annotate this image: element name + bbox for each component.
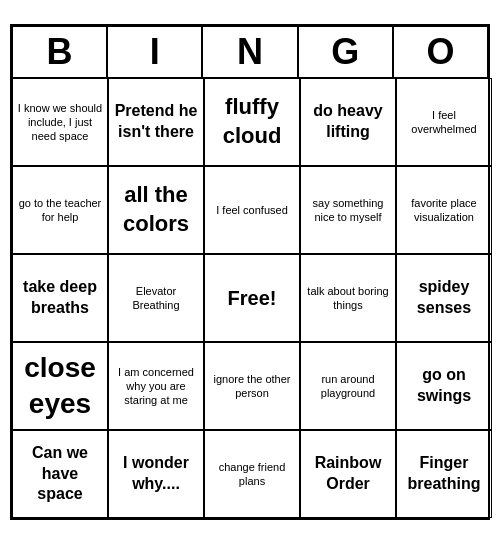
bingo-cell: I feel overwhelmed xyxy=(396,78,492,166)
header-letter: B xyxy=(12,26,107,78)
bingo-cell: I know we should include, I just need sp… xyxy=(12,78,108,166)
bingo-cell: Free! xyxy=(204,254,300,342)
bingo-cell: go on swings xyxy=(396,342,492,430)
bingo-cell: favorite place visualization xyxy=(396,166,492,254)
bingo-cell: change friend plans xyxy=(204,430,300,518)
bingo-cell: do heavy lifting xyxy=(300,78,396,166)
bingo-cell: I feel confused xyxy=(204,166,300,254)
bingo-cell: all the colors xyxy=(108,166,204,254)
bingo-cell: talk about boring things xyxy=(300,254,396,342)
bingo-cell: Pretend he isn't there xyxy=(108,78,204,166)
bingo-cell: run around playground xyxy=(300,342,396,430)
bingo-cell: ignore the other person xyxy=(204,342,300,430)
bingo-cell: I am concerned why you are staring at me xyxy=(108,342,204,430)
header-letter: G xyxy=(298,26,393,78)
bingo-cell: Finger breathing xyxy=(396,430,492,518)
header-letter: O xyxy=(393,26,488,78)
bingo-header: BINGO xyxy=(12,26,488,78)
bingo-cell: fluffy cloud xyxy=(204,78,300,166)
bingo-card: BINGO I know we should include, I just n… xyxy=(10,24,490,520)
bingo-cell: I wonder why.... xyxy=(108,430,204,518)
bingo-cell: say something nice to myself xyxy=(300,166,396,254)
bingo-grid: I know we should include, I just need sp… xyxy=(12,78,488,518)
bingo-cell: Can we have space xyxy=(12,430,108,518)
bingo-cell: close eyes xyxy=(12,342,108,430)
bingo-cell: Elevator Breathing xyxy=(108,254,204,342)
bingo-cell: spidey senses xyxy=(396,254,492,342)
header-letter: N xyxy=(202,26,297,78)
bingo-cell: take deep breaths xyxy=(12,254,108,342)
bingo-cell: Rainbow Order xyxy=(300,430,396,518)
header-letter: I xyxy=(107,26,202,78)
bingo-cell: go to the teacher for help xyxy=(12,166,108,254)
